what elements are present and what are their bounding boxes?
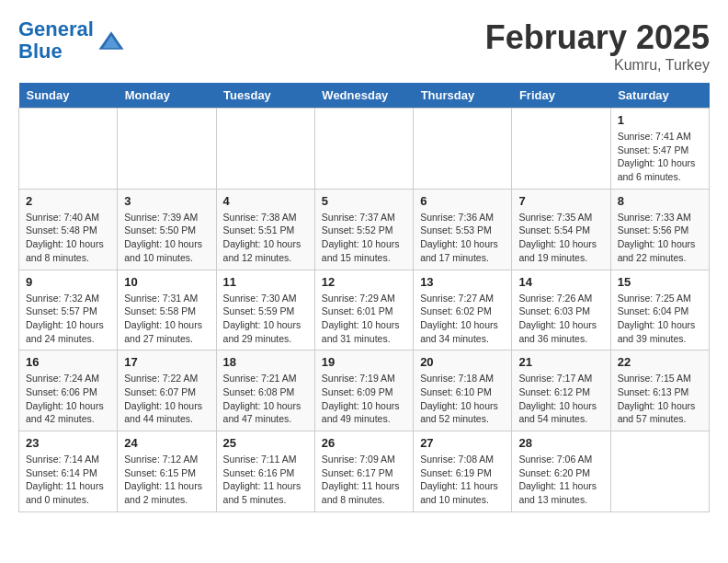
day-info: Sunrise: 7:35 AM Sunset: 5:54 PM Dayligh…: [518, 211, 603, 265]
calendar-cell: 24Sunrise: 7:12 AM Sunset: 6:15 PM Dayli…: [118, 431, 216, 512]
day-info: Sunrise: 7:39 AM Sunset: 5:50 PM Dayligh…: [124, 211, 209, 265]
day-info: Sunrise: 7:30 AM Sunset: 5:59 PM Dayligh…: [223, 292, 308, 346]
day-number: 20: [420, 355, 505, 369]
day-info: Sunrise: 7:33 AM Sunset: 5:56 PM Dayligh…: [618, 211, 702, 265]
logo: General Blue: [18, 18, 125, 63]
logo-line1: General: [18, 17, 94, 40]
calendar-cell: 9Sunrise: 7:32 AM Sunset: 5:57 PM Daylig…: [19, 270, 118, 350]
calendar-cell: 8Sunrise: 7:33 AM Sunset: 5:56 PM Daylig…: [610, 189, 709, 270]
day-info: Sunrise: 7:17 AM Sunset: 6:12 PM Dayligh…: [518, 372, 603, 426]
weekday-header: Friday: [512, 83, 610, 109]
day-number: 13: [420, 275, 505, 289]
calendar-cell: 4Sunrise: 7:38 AM Sunset: 5:51 PM Daylig…: [216, 189, 314, 270]
calendar-cell: 22Sunrise: 7:15 AM Sunset: 6:13 PM Dayli…: [610, 350, 709, 431]
month-title: February 2025: [485, 18, 710, 57]
location: Kumru, Turkey: [485, 57, 710, 74]
day-info: Sunrise: 7:32 AM Sunset: 5:57 PM Dayligh…: [26, 292, 110, 346]
calendar-cell: [512, 109, 610, 190]
calendar-cell: 16Sunrise: 7:24 AM Sunset: 6:06 PM Dayli…: [19, 350, 118, 431]
calendar-cell: 28Sunrise: 7:06 AM Sunset: 6:20 PM Dayli…: [512, 431, 610, 512]
day-number: 4: [223, 194, 308, 208]
day-number: 28: [518, 436, 603, 450]
day-number: 22: [618, 355, 702, 369]
day-number: 26: [322, 436, 406, 450]
day-number: 25: [223, 436, 308, 450]
day-number: 27: [420, 436, 505, 450]
day-number: 21: [518, 355, 603, 369]
calendar-cell: 3Sunrise: 7:39 AM Sunset: 5:50 PM Daylig…: [118, 189, 216, 270]
day-info: Sunrise: 7:40 AM Sunset: 5:48 PM Dayligh…: [26, 211, 110, 265]
weekday-header: Thursday: [414, 83, 512, 109]
calendar-cell: 6Sunrise: 7:36 AM Sunset: 5:53 PM Daylig…: [414, 189, 512, 270]
day-info: Sunrise: 7:36 AM Sunset: 5:53 PM Dayligh…: [420, 211, 505, 265]
day-info: Sunrise: 7:19 AM Sunset: 6:09 PM Dayligh…: [322, 372, 406, 426]
calendar-cell: [118, 109, 216, 190]
calendar-cell: 2Sunrise: 7:40 AM Sunset: 5:48 PM Daylig…: [19, 189, 118, 270]
calendar-cell: 18Sunrise: 7:21 AM Sunset: 6:08 PM Dayli…: [216, 350, 314, 431]
day-info: Sunrise: 7:18 AM Sunset: 6:10 PM Dayligh…: [420, 372, 505, 426]
calendar-table: SundayMondayTuesdayWednesdayThursdayFrid…: [18, 83, 710, 512]
day-info: Sunrise: 7:37 AM Sunset: 5:52 PM Dayligh…: [322, 211, 406, 265]
calendar-cell: 23Sunrise: 7:14 AM Sunset: 6:14 PM Dayli…: [19, 431, 118, 512]
day-number: 18: [223, 355, 308, 369]
day-info: Sunrise: 7:21 AM Sunset: 6:08 PM Dayligh…: [223, 372, 308, 426]
calendar-cell: [414, 109, 512, 190]
calendar-cell: 27Sunrise: 7:08 AM Sunset: 6:19 PM Dayli…: [414, 431, 512, 512]
calendar-week-row: 16Sunrise: 7:24 AM Sunset: 6:06 PM Dayli…: [19, 350, 710, 431]
calendar-cell: 13Sunrise: 7:27 AM Sunset: 6:02 PM Dayli…: [414, 270, 512, 350]
calendar-cell: 15Sunrise: 7:25 AM Sunset: 6:04 PM Dayli…: [610, 270, 709, 350]
calendar-cell: 5Sunrise: 7:37 AM Sunset: 5:52 PM Daylig…: [314, 189, 413, 270]
weekday-header-row: SundayMondayTuesdayWednesdayThursdayFrid…: [19, 83, 710, 109]
day-info: Sunrise: 7:27 AM Sunset: 6:02 PM Dayligh…: [420, 292, 505, 346]
day-number: 9: [26, 275, 110, 289]
calendar-week-row: 2Sunrise: 7:40 AM Sunset: 5:48 PM Daylig…: [19, 189, 710, 270]
day-info: Sunrise: 7:29 AM Sunset: 6:01 PM Dayligh…: [322, 292, 406, 346]
calendar-cell: [610, 431, 709, 512]
day-info: Sunrise: 7:06 AM Sunset: 6:20 PM Dayligh…: [518, 453, 603, 507]
weekday-header: Sunday: [19, 83, 118, 109]
weekday-header: Saturday: [610, 83, 709, 109]
day-number: 23: [26, 436, 110, 450]
calendar-cell: 7Sunrise: 7:35 AM Sunset: 5:54 PM Daylig…: [512, 189, 610, 270]
calendar-cell: 11Sunrise: 7:30 AM Sunset: 5:59 PM Dayli…: [216, 270, 314, 350]
logo-icon: [97, 27, 125, 54]
day-info: Sunrise: 7:22 AM Sunset: 6:07 PM Dayligh…: [124, 372, 209, 426]
logo-line2: Blue: [18, 40, 63, 63]
day-info: Sunrise: 7:14 AM Sunset: 6:14 PM Dayligh…: [26, 453, 110, 507]
day-number: 8: [618, 194, 702, 208]
day-info: Sunrise: 7:09 AM Sunset: 6:17 PM Dayligh…: [322, 453, 406, 507]
day-number: 3: [124, 194, 209, 208]
calendar-cell: [19, 109, 118, 190]
day-info: Sunrise: 7:11 AM Sunset: 6:16 PM Dayligh…: [223, 453, 308, 507]
day-number: 16: [26, 355, 110, 369]
day-number: 7: [518, 194, 603, 208]
day-number: 12: [322, 275, 406, 289]
calendar-cell: 17Sunrise: 7:22 AM Sunset: 6:07 PM Dayli…: [118, 350, 216, 431]
calendar-cell: 25Sunrise: 7:11 AM Sunset: 6:16 PM Dayli…: [216, 431, 314, 512]
weekday-header: Wednesday: [314, 83, 413, 109]
day-number: 10: [124, 275, 209, 289]
day-number: 11: [223, 275, 308, 289]
calendar-cell: 1Sunrise: 7:41 AM Sunset: 5:47 PM Daylig…: [610, 109, 709, 190]
day-info: Sunrise: 7:25 AM Sunset: 6:04 PM Dayligh…: [618, 292, 702, 346]
day-info: Sunrise: 7:15 AM Sunset: 6:13 PM Dayligh…: [618, 372, 702, 426]
day-info: Sunrise: 7:26 AM Sunset: 6:03 PM Dayligh…: [518, 292, 603, 346]
day-info: Sunrise: 7:38 AM Sunset: 5:51 PM Dayligh…: [223, 211, 308, 265]
calendar-cell: 20Sunrise: 7:18 AM Sunset: 6:10 PM Dayli…: [414, 350, 512, 431]
day-number: 6: [420, 194, 505, 208]
calendar-week-row: 23Sunrise: 7:14 AM Sunset: 6:14 PM Dayli…: [19, 431, 710, 512]
day-number: 5: [322, 194, 406, 208]
day-number: 2: [26, 194, 110, 208]
day-number: 15: [618, 275, 702, 289]
day-info: Sunrise: 7:24 AM Sunset: 6:06 PM Dayligh…: [26, 372, 110, 426]
day-number: 14: [518, 275, 603, 289]
day-info: Sunrise: 7:08 AM Sunset: 6:19 PM Dayligh…: [420, 453, 505, 507]
calendar-cell: 12Sunrise: 7:29 AM Sunset: 6:01 PM Dayli…: [314, 270, 413, 350]
day-info: Sunrise: 7:12 AM Sunset: 6:15 PM Dayligh…: [124, 453, 209, 507]
page-header: General Blue February 2025 Kumru, Turkey: [18, 18, 710, 74]
day-number: 1: [618, 113, 702, 127]
calendar-cell: 19Sunrise: 7:19 AM Sunset: 6:09 PM Dayli…: [314, 350, 413, 431]
day-number: 17: [124, 355, 209, 369]
day-number: 19: [322, 355, 406, 369]
calendar-cell: 14Sunrise: 7:26 AM Sunset: 6:03 PM Dayli…: [512, 270, 610, 350]
